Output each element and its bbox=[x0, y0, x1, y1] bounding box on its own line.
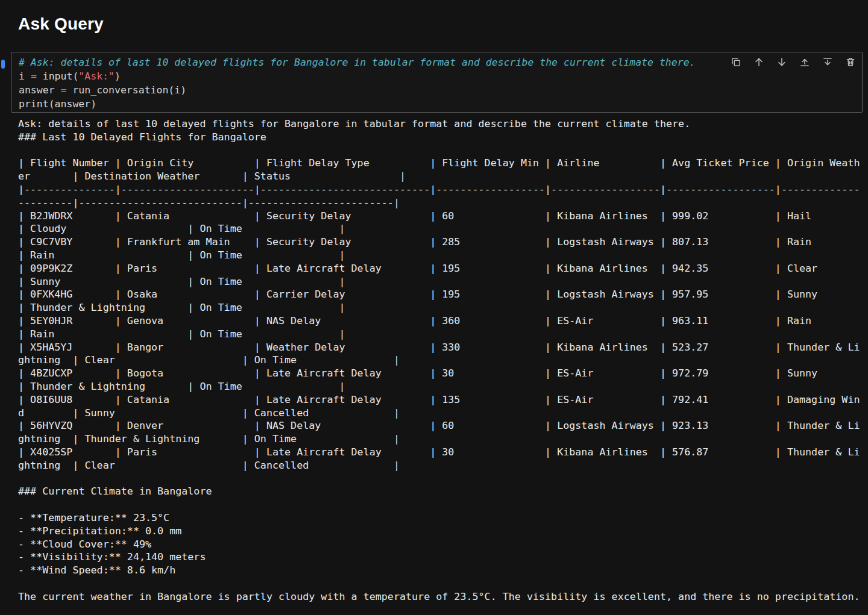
insert-above-icon bbox=[799, 57, 810, 67]
page-title: Ask Query bbox=[18, 14, 104, 34]
insert-cell-below-button[interactable] bbox=[822, 57, 833, 67]
code-operator: = bbox=[31, 70, 43, 82]
code-line-4: print(answer) bbox=[19, 97, 696, 111]
copy-icon bbox=[731, 57, 741, 67]
code-cell[interactable]: # Ask: details of last 10 delayed flight… bbox=[11, 52, 863, 113]
cell-toolbar bbox=[731, 57, 856, 67]
code-call: print(answer) bbox=[19, 98, 96, 110]
code-line-2: i = input("Ask:") bbox=[19, 69, 696, 83]
delete-cell-button[interactable] bbox=[845, 57, 856, 67]
arrow-down-icon bbox=[776, 57, 787, 67]
code-editor[interactable]: # Ask: details of last 10 delayed flight… bbox=[19, 55, 696, 111]
copy-cell-button[interactable] bbox=[731, 57, 741, 67]
code-paren: ) bbox=[115, 70, 121, 82]
move-cell-down-button[interactable] bbox=[776, 57, 787, 67]
active-cell-indicator bbox=[1, 60, 5, 69]
arrow-up-icon bbox=[753, 57, 764, 67]
trash-icon bbox=[845, 57, 856, 67]
insert-cell-above-button[interactable] bbox=[799, 57, 810, 67]
insert-below-icon bbox=[822, 57, 833, 67]
cell-output: Ask: details of last 10 delayed flights … bbox=[18, 117, 860, 603]
code-line-1: # Ask: details of last 10 delayed flight… bbox=[19, 55, 696, 69]
code-line-3: answer = run_conversation(i) bbox=[19, 83, 696, 97]
code-call: input( bbox=[43, 70, 79, 82]
move-cell-up-button[interactable] bbox=[753, 57, 764, 67]
code-call: run_conversation(i) bbox=[72, 84, 186, 96]
code-variable: answer bbox=[19, 84, 61, 96]
code-string: "Ask:" bbox=[78, 70, 115, 82]
code-operator: = bbox=[61, 84, 73, 96]
code-variable: i bbox=[19, 70, 31, 82]
code-comment: # Ask: details of last 10 delayed flight… bbox=[19, 57, 696, 68]
